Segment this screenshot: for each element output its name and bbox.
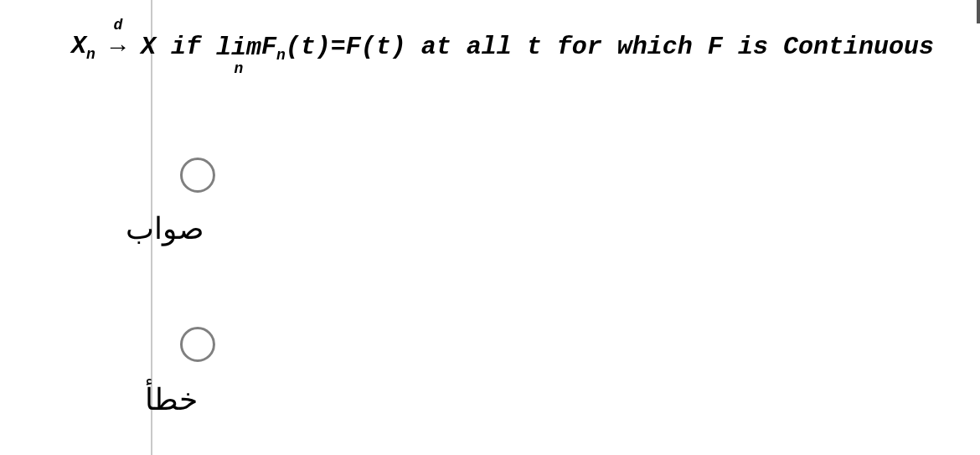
radio-option-true[interactable] (180, 158, 215, 193)
ft: F(t) (346, 33, 406, 61)
arrow-icon: → (111, 34, 126, 62)
if-text: if (171, 33, 216, 61)
fn-arg: (t) (286, 33, 331, 61)
lim-subscript-n: n (216, 60, 261, 77)
fn-base: F (261, 33, 276, 61)
question-statement: Xn d → X if lim n Fn(t)=F(t) at all t fo… (71, 32, 934, 64)
xn-subscript: n (86, 46, 95, 63)
tail-text: at all t for which F is Continuous (406, 33, 934, 61)
arrow-superscript-d: d (111, 17, 126, 34)
converges-arrow-group: d → (111, 34, 126, 62)
lim-text: lim (216, 34, 261, 62)
fn-subscript: n (276, 47, 286, 64)
var-x: X (141, 33, 156, 61)
quiz-container: Xn d → X if lim n Fn(t)=F(t) at all t fo… (0, 0, 980, 455)
option-label-false: خطأ (145, 382, 198, 417)
equals-sign: = (331, 33, 346, 61)
option-label-true: صواب (126, 211, 204, 246)
xn-base: X (71, 32, 86, 60)
lim-block: lim n (216, 34, 261, 62)
radio-option-false[interactable] (180, 327, 215, 362)
var-xn: Xn (71, 32, 95, 63)
scrollbar-fragment (977, 0, 980, 23)
